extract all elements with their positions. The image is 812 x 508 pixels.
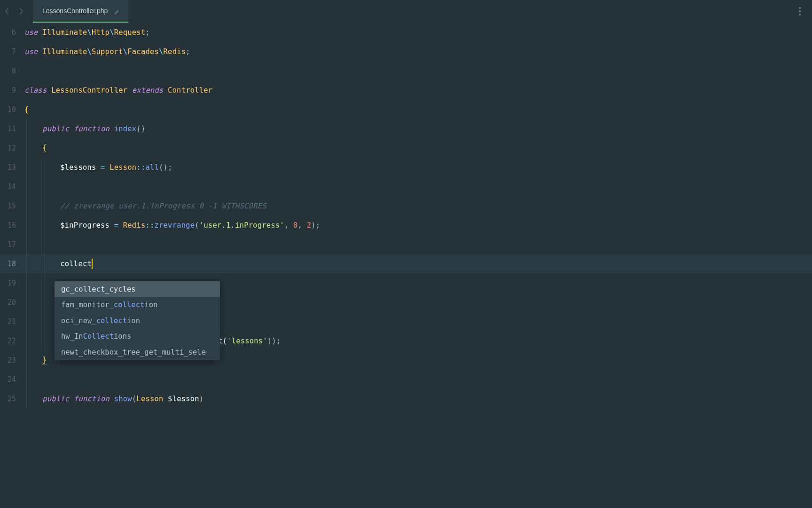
tab-active[interactable]: LessonsController.php (33, 0, 128, 23)
code-content: { (24, 105, 29, 114)
autocomplete-popup[interactable]: gc_collect_cycles fam_monitor_collection… (55, 281, 220, 360)
line-number: 16 (0, 221, 24, 230)
code-line[interactable]: 9 class LessonsController extends Contro… (0, 80, 812, 100)
line-number: 11 (0, 125, 24, 133)
code-line[interactable]: 7 use Illuminate\Support\Facades\Redis; (0, 42, 812, 61)
code-line[interactable]: 13 $lessons = Lesson::all(); (0, 158, 812, 177)
code-content: $inProgress = Redis::zrevrange('user.1.i… (24, 221, 320, 230)
code-content: public function index() (24, 125, 145, 133)
code-content: $lessons = Lesson::all(); (24, 163, 172, 172)
autocomplete-item[interactable]: newt_checkbox_tree_get_multi_sele (55, 344, 220, 360)
text-caret (92, 259, 93, 269)
code-line[interactable]: 6 use Illuminate\Http\Request; (0, 23, 812, 42)
autocomplete-item[interactable]: hw_InCollections (55, 329, 220, 345)
autocomplete-item[interactable]: oci_new_collection (55, 313, 220, 329)
line-number: 24 (0, 375, 24, 384)
code-line[interactable]: 24 (0, 370, 812, 389)
pencil-icon (114, 8, 120, 14)
line-number: 19 (0, 279, 24, 287)
tab-label: LessonsController.php (42, 7, 108, 15)
line-number: 7 (0, 48, 24, 56)
line-number: 17 (0, 240, 24, 249)
line-number: 13 (0, 163, 24, 172)
autocomplete-item[interactable]: gc_collect_cycles (55, 281, 220, 297)
line-number: 22 (0, 337, 24, 345)
code-line[interactable]: 25 public function show(Lesson $lesson) (0, 389, 812, 408)
nav-forward-icon[interactable] (18, 8, 24, 15)
code-line[interactable]: 11 public function index() (0, 119, 812, 138)
line-number: 10 (0, 105, 24, 114)
line-number: 9 (0, 86, 24, 95)
code-line[interactable]: 15 // zrevrange user.1.inProgress 0 -1 W… (0, 196, 812, 215)
code-content: // zrevrange user.1.inProgress 0 -1 WITH… (24, 202, 266, 210)
code-line[interactable]: 17 (0, 235, 812, 254)
code-content: public function show(Lesson $lesson) (24, 395, 203, 403)
line-number: 14 (0, 183, 24, 191)
code-line[interactable]: 8 (0, 61, 812, 80)
kebab-menu-icon[interactable] (796, 4, 804, 18)
code-line[interactable]: 10 { (0, 100, 812, 119)
code-line[interactable]: 12 { (0, 138, 812, 158)
line-number: 20 (0, 298, 24, 307)
code-content: use Illuminate\Support\Facades\Redis; (24, 48, 190, 56)
code-line[interactable]: 16 $inProgress = Redis::zrevrange('user.… (0, 215, 812, 235)
line-number: 15 (0, 202, 24, 210)
code-content: { (24, 143, 47, 152)
code-content: class LessonsController extends Controll… (24, 86, 212, 95)
code-line-active[interactable]: 18 collect (0, 254, 812, 273)
line-number: 18 (0, 260, 24, 268)
code-line[interactable]: 14 (0, 177, 812, 196)
line-number: 23 (0, 356, 24, 365)
line-number: 21 (0, 318, 24, 326)
line-number: 6 (0, 28, 24, 37)
code-content: use Illuminate\Http\Request; (24, 28, 150, 37)
code-content: collect (24, 259, 93, 269)
line-number: 12 (0, 144, 24, 152)
code-content: } (24, 356, 47, 365)
nav-arrows (0, 8, 28, 15)
nav-back-icon[interactable] (4, 8, 10, 15)
editor-top-bar: LessonsController.php (0, 0, 812, 23)
line-number: 25 (0, 395, 24, 403)
autocomplete-item[interactable]: fam_monitor_collection (55, 297, 220, 313)
line-number: 8 (0, 67, 24, 75)
